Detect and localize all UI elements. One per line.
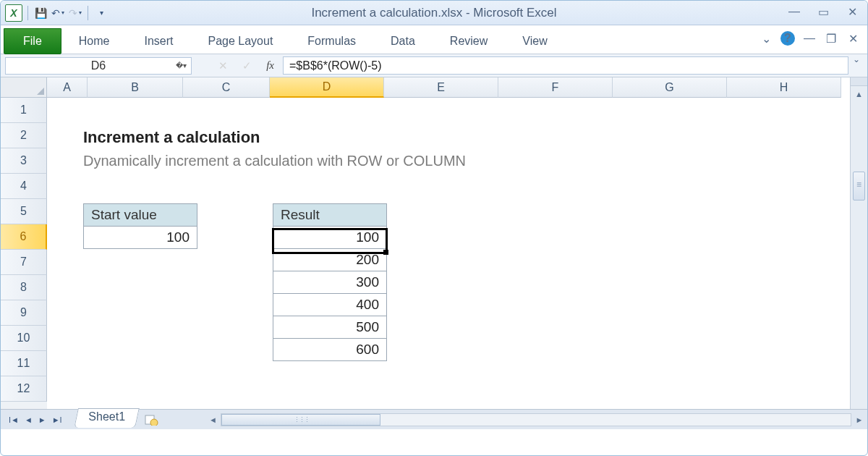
file-tab[interactable]: File (4, 28, 61, 54)
tab-page-layout[interactable]: Page Layout (190, 29, 290, 54)
tab-view[interactable]: View (505, 29, 564, 54)
sheet-tab-sheet1[interactable]: Sheet1 (74, 408, 139, 428)
help-icon[interactable]: ? (780, 31, 795, 46)
scroll-right-icon[interactable]: ► (851, 415, 867, 424)
hscroll-thumb[interactable] (221, 414, 380, 426)
start-value-table: Start value 100 (83, 203, 197, 249)
qat-separator (27, 6, 28, 20)
tab-home[interactable]: Home (61, 29, 127, 54)
column-header-B[interactable]: B (88, 77, 183, 98)
column-header-D[interactable]: D (270, 77, 384, 98)
prev-sheet-icon[interactable]: ◄ (22, 414, 35, 426)
first-sheet-icon[interactable]: I◄ (7, 414, 21, 426)
column-header-F[interactable]: F (498, 77, 613, 98)
result-cell[interactable]: 500 (273, 316, 386, 339)
horizontal-scrollbar[interactable]: ◄ ► (205, 410, 867, 429)
ribbon: File Home Insert Page Layout Formulas Da… (1, 25, 867, 54)
scroll-left-icon[interactable]: ◄ (205, 415, 221, 424)
sheet-title: Increment a calculation (83, 128, 260, 147)
workbook-minimize-icon[interactable]: ― (802, 32, 817, 45)
workbook-restore-icon[interactable]: ❐ (824, 32, 838, 46)
select-all-corner[interactable] (1, 77, 47, 98)
sheet-tab-bar: I◄ ◄ ► ►I Sheet1 ◄ ► (1, 409, 867, 429)
row-headers: 123456789101112 (1, 98, 47, 429)
name-box-value: D6 (91, 59, 106, 72)
spreadsheet-grid: ABCDEFGH 123456789101112 Increment a cal… (1, 77, 867, 429)
result-cell[interactable]: 100 (273, 227, 386, 249)
row-header-3[interactable]: 3 (1, 148, 47, 174)
vscroll-thumb[interactable] (853, 172, 865, 200)
row-header-11[interactable]: 11 (1, 351, 47, 376)
vertical-scrollbar[interactable]: ▲ ▼ (850, 77, 867, 429)
tab-review[interactable]: Review (433, 29, 505, 54)
row-header-5[interactable]: 5 (1, 199, 47, 224)
formula-input[interactable]: =$B$6*(ROW()-5) (283, 56, 848, 75)
next-sheet-icon[interactable]: ► (36, 414, 48, 426)
row-header-12[interactable]: 12 (1, 376, 47, 402)
tab-data[interactable]: Data (373, 29, 433, 54)
formula-bar: D6 �▾ ✕ ✓ fx =$B$6*(ROW()-5) ⌄ (1, 54, 867, 77)
formula-text: =$B$6*(ROW()-5) (289, 59, 382, 72)
cancel-formula-icon[interactable]: ✕ (218, 59, 228, 72)
excel-app-icon: X (5, 4, 22, 22)
fx-icon[interactable]: fx (266, 59, 274, 72)
result-header: Result (273, 204, 386, 227)
column-header-G[interactable]: G (613, 77, 727, 98)
result-cell[interactable]: 300 (273, 271, 386, 294)
column-headers: ABCDEFGH (47, 77, 841, 98)
minimize-button[interactable]: ― (786, 5, 802, 18)
result-cell[interactable]: 400 (273, 294, 386, 316)
title-bar: X 💾 ↶▾ ↷▾ ▾ Increment a calculation.xlsx… (1, 1, 867, 25)
row-header-6[interactable]: 6 (1, 224, 47, 250)
qat-customize-icon[interactable]: ▾ (93, 6, 108, 20)
column-header-E[interactable]: E (384, 77, 498, 98)
hscroll-track[interactable] (221, 413, 851, 426)
row-header-9[interactable]: 9 (1, 300, 47, 326)
start-value-cell[interactable]: 100 (84, 227, 197, 248)
row-header-4[interactable]: 4 (1, 174, 47, 199)
sheet-subtitle: Dynamically increment a calculation with… (83, 153, 466, 169)
formula-expand-icon[interactable]: ⌄ (850, 54, 863, 64)
tab-formulas[interactable]: Formulas (290, 29, 373, 54)
last-sheet-icon[interactable]: ►I (50, 414, 64, 426)
workbook-close-icon[interactable]: ✕ (846, 32, 860, 46)
split-handle[interactable] (851, 77, 867, 86)
name-box-dropdown-icon[interactable]: �▾ (176, 62, 187, 69)
name-box[interactable]: D6 �▾ (5, 57, 192, 75)
undo-icon[interactable]: ↶▾ (51, 6, 65, 20)
close-button[interactable]: ✕ (844, 5, 860, 18)
ribbon-minimize-icon[interactable]: ⌄ (759, 32, 773, 46)
cells-area[interactable]: Increment a calculation Dynamically incr… (47, 98, 867, 429)
row-header-10[interactable]: 10 (1, 326, 47, 351)
row-header-1[interactable]: 1 (1, 98, 47, 123)
result-cell[interactable]: 200 (273, 249, 386, 271)
tab-insert[interactable]: Insert (127, 29, 190, 54)
row-header-7[interactable]: 7 (1, 250, 47, 275)
save-icon[interactable]: 💾 (33, 6, 48, 20)
redo-icon[interactable]: ↷▾ (68, 6, 82, 20)
column-header-H[interactable]: H (727, 77, 841, 98)
result-cell[interactable]: 600 (273, 339, 386, 360)
scroll-up-icon[interactable]: ▲ (851, 86, 867, 102)
row-header-2[interactable]: 2 (1, 123, 47, 148)
result-table: Result 100 200 300 400 500 600 (273, 203, 387, 361)
column-header-C[interactable]: C (183, 77, 270, 98)
maximize-button[interactable]: ▭ (815, 5, 831, 18)
svg-point-1 (150, 419, 158, 426)
row-header-8[interactable]: 8 (1, 275, 47, 300)
new-sheet-icon[interactable] (141, 410, 161, 429)
start-value-header: Start value (84, 204, 197, 227)
column-header-A[interactable]: A (47, 77, 88, 98)
enter-formula-icon[interactable]: ✓ (242, 59, 252, 72)
qat-separator (88, 6, 88, 20)
window-title: Increment a calculation.xlsx - Microsoft… (1, 6, 867, 20)
